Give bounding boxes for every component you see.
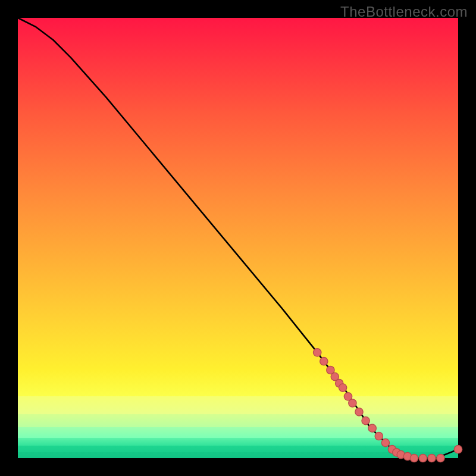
data-point bbox=[339, 384, 346, 392]
data-point bbox=[362, 416, 369, 424]
data-point bbox=[428, 454, 436, 462]
data-point bbox=[419, 454, 427, 462]
data-point bbox=[349, 399, 356, 407]
data-point bbox=[375, 432, 383, 440]
data-point bbox=[454, 446, 462, 453]
plot-area bbox=[18, 18, 458, 458]
data-point bbox=[314, 349, 321, 356]
highlighted-points bbox=[314, 349, 462, 462]
data-point bbox=[437, 454, 444, 462]
chart-svg bbox=[18, 18, 458, 458]
data-point bbox=[355, 408, 363, 416]
data-point bbox=[410, 454, 418, 462]
bottleneck-curve bbox=[18, 18, 458, 458]
data-point bbox=[320, 358, 328, 365]
data-point bbox=[368, 424, 376, 432]
chart-frame: TheBottleneck.com bbox=[0, 0, 476, 476]
data-point bbox=[381, 439, 389, 446]
